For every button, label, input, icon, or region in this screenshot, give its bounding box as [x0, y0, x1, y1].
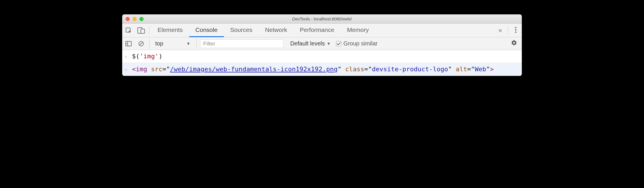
svg-point-5 [515, 31, 517, 33]
zoom-window-button[interactable] [139, 17, 143, 21]
result-chevron-icon: ‹ [124, 65, 132, 74]
console-input-code: $('img') [132, 52, 519, 61]
tab-performance[interactable]: Performance [294, 24, 341, 37]
group-similar-checkbox[interactable] [336, 41, 341, 46]
divider [508, 26, 508, 35]
svg-point-3 [515, 27, 517, 28]
tabs-row: Elements Console Sources Network Perform… [122, 24, 522, 37]
console-input-row[interactable]: › $('img') [122, 50, 522, 63]
inspect-element-icon[interactable] [122, 24, 135, 37]
console-result-row[interactable]: ‹ <img src="/web/images/web-fundamentals… [122, 63, 522, 76]
close-window-button[interactable] [126, 17, 130, 21]
overflow-tabs-icon[interactable]: » [494, 27, 506, 34]
minimize-window-button[interactable] [133, 17, 137, 21]
svg-line-9 [140, 42, 143, 45]
devtools-window: DevTools - localhost:8080/web/ Elements … [122, 14, 522, 76]
console-output: › $('img') ‹ <img src="/web/images/web-f… [122, 50, 522, 76]
tab-elements[interactable]: Elements [151, 24, 189, 37]
svg-rect-2 [141, 29, 145, 33]
divider [196, 39, 197, 48]
divider [149, 26, 150, 35]
chevron-down-icon: ▼ [327, 41, 331, 46]
window-title: DevTools - localhost:8080/web/ [122, 16, 522, 21]
more-menu-icon[interactable] [510, 27, 522, 34]
traffic-lights [126, 17, 143, 21]
clear-console-icon[interactable] [135, 37, 147, 50]
divider [149, 39, 150, 48]
filter-input[interactable] [200, 39, 283, 48]
prompt-chevron-icon: › [124, 52, 132, 61]
log-levels-select[interactable]: Default levels ▼ [290, 40, 331, 47]
console-toolbar: top ▼ Default levels ▼ Group similar [122, 37, 522, 50]
device-toolbar-icon[interactable] [135, 24, 147, 37]
tab-sources[interactable]: Sources [224, 24, 259, 37]
console-result-code: <img src="/web/images/web-fundamentals-i… [132, 65, 519, 74]
src-url-link[interactable]: /web/images/web-fundamentals-icon192x192… [170, 66, 338, 73]
toggle-sidebar-icon[interactable] [122, 37, 135, 50]
execution-context-select[interactable]: top ▼ [151, 37, 195, 50]
tab-console[interactable]: Console [189, 24, 224, 37]
panel-tabs: Elements Console Sources Network Perform… [151, 24, 375, 37]
tab-network[interactable]: Network [259, 24, 294, 37]
svg-point-4 [515, 29, 517, 30]
tab-memory[interactable]: Memory [341, 24, 375, 37]
titlebar: DevTools - localhost:8080/web/ [122, 14, 522, 24]
log-levels-label: Default levels [290, 40, 325, 47]
chevron-down-icon: ▼ [186, 41, 191, 46]
group-similar-label: Group similar [344, 40, 378, 47]
console-settings-icon[interactable] [506, 40, 522, 47]
execution-context-label: top [155, 40, 163, 47]
